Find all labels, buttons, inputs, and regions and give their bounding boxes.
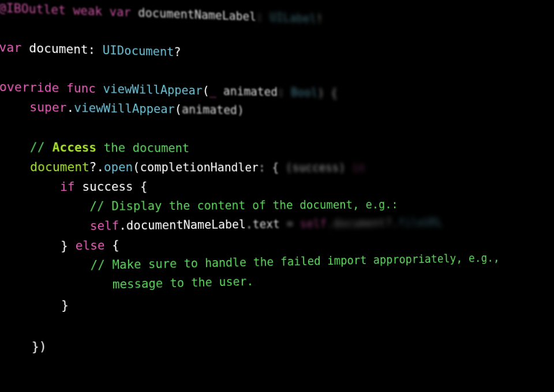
keyword-self: self — [90, 218, 119, 233]
lparen: ( — [203, 84, 209, 97]
param-name: animated — [223, 84, 278, 99]
colon: : — [259, 160, 265, 174]
keyword-super: super — [29, 100, 67, 115]
bang: ! — [316, 12, 323, 26]
lbrace: { — [140, 179, 148, 194]
argument: animated — [182, 103, 237, 118]
rbrace: } — [61, 298, 69, 313]
identifier: document — [29, 41, 88, 57]
method-call: open — [104, 160, 133, 174]
method-call: viewWillAppear — [74, 101, 175, 116]
arg-label: completionHandler — [140, 160, 259, 174]
dot: . — [66, 100, 74, 115]
keyword-weak: weak — [73, 3, 102, 18]
rbrace-rparen: }) — [32, 338, 47, 353]
keyword-override: override — [0, 80, 59, 95]
colon: : — [88, 43, 95, 57]
lparen: ( — [286, 160, 293, 174]
dot: . — [246, 217, 253, 231]
question: ? — [385, 216, 392, 229]
question: ? — [174, 45, 181, 59]
keyword-if: if — [60, 179, 75, 194]
identifier: document — [30, 159, 89, 174]
attribute: @IBOutlet — [0, 1, 66, 17]
keyword-self: self — [300, 216, 327, 230]
code-line: document?.open(completionHandler: { (suc… — [0, 157, 540, 177]
dot: . — [392, 216, 399, 229]
comment: // Access the document — [30, 140, 189, 155]
comment-prefix: // — [30, 140, 53, 154]
dot: . — [119, 218, 126, 232]
keyword-var: var — [109, 5, 131, 20]
keyword-in: in — [352, 160, 365, 174]
equals: = — [286, 217, 293, 231]
type: UIDocument — [103, 43, 174, 59]
rparen: ) — [339, 160, 346, 174]
code-line: if success { — [0, 177, 541, 197]
question: ? — [89, 160, 97, 174]
rparen: ) — [237, 103, 244, 117]
lbrace: { — [112, 238, 119, 252]
keyword-else: else — [76, 238, 105, 253]
lparen: ( — [174, 102, 182, 116]
rbrace: } — [61, 239, 68, 253]
code-line: // Access the document — [0, 137, 540, 159]
comment-rest: the document — [96, 140, 189, 155]
property: fileURL — [398, 216, 443, 229]
keyword-var: var — [0, 40, 21, 55]
rparen: ) — [317, 86, 324, 100]
lbrace: { — [272, 160, 279, 174]
property: document — [333, 216, 385, 231]
lbrace: { — [331, 86, 338, 100]
dot: . — [96, 160, 104, 174]
function-name: viewWillAppear — [103, 82, 203, 98]
comment: message to the user. — [91, 274, 254, 292]
code-editor: @IBOutlet weak var documentNameLabel: UI… — [0, 0, 553, 364]
identifier: documentNameLabel — [138, 5, 256, 23]
param-type: Bool — [291, 85, 318, 100]
property: text — [253, 217, 280, 231]
closure-param: success — [292, 160, 339, 174]
comment-highlight: Access — [52, 140, 96, 154]
colon: : — [278, 85, 285, 99]
type: UILabel — [269, 10, 316, 25]
keyword-func: func — [66, 81, 96, 96]
property: documentNameLabel — [126, 217, 246, 233]
condition: success — [82, 179, 133, 194]
underscore: _ — [209, 84, 216, 97]
dot: . — [327, 216, 334, 230]
comment: // Display the content of the document, … — [89, 197, 398, 213]
colon: : — [256, 10, 263, 24]
lparen: ( — [133, 160, 140, 174]
